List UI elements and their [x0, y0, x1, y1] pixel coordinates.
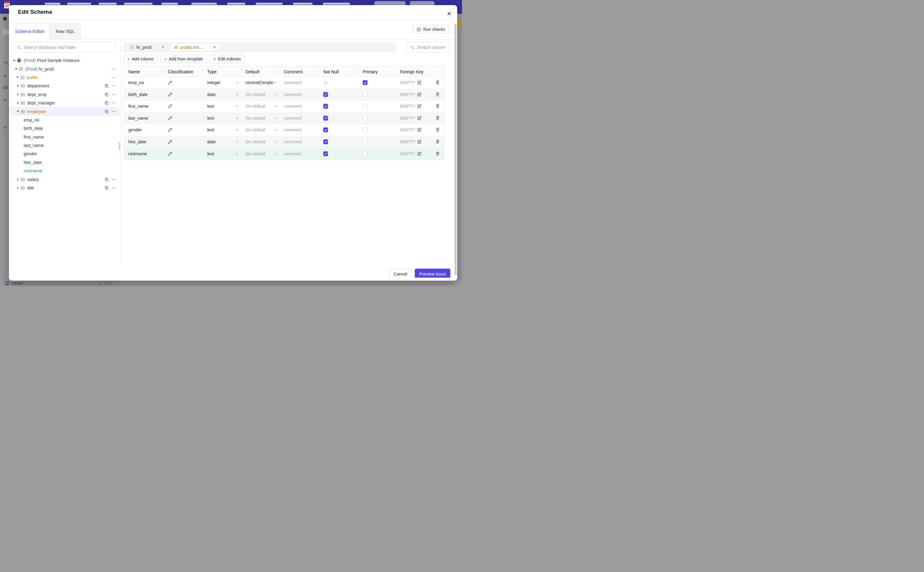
foreign-key-edit-icon[interactable] [417, 92, 422, 97]
type-select[interactable]: text [207, 104, 214, 109]
chevron-down-icon[interactable] [12, 60, 17, 61]
classification-edit-icon[interactable] [168, 140, 172, 144]
type-select[interactable]: integer [207, 80, 220, 85]
tab-schema-editor[interactable]: Schema Editor [9, 23, 50, 39]
primary-checkbox[interactable] [363, 80, 367, 85]
classification-edit-icon[interactable] [168, 104, 172, 109]
comment-input[interactable]: comment [284, 127, 302, 132]
more-options-icon[interactable] [112, 177, 116, 182]
default-select[interactable]: No default [245, 92, 265, 97]
more-options-icon[interactable] [112, 75, 116, 79]
comment-input[interactable]: comment [284, 140, 302, 144]
tree-item-dept_emp[interactable]: dept_emp [9, 90, 119, 99]
not-null-checkbox[interactable] [323, 127, 328, 132]
type-select[interactable]: date [207, 140, 215, 144]
chevron-right-icon[interactable] [16, 93, 20, 96]
primary-checkbox[interactable] [363, 127, 367, 132]
default-select[interactable]: No default [245, 127, 265, 132]
comment-input[interactable]: comment [284, 104, 302, 109]
classification-edit-icon[interactable] [168, 151, 172, 156]
tree-column-emp_no[interactable]: emp_no [9, 116, 119, 124]
more-options-icon[interactable] [112, 84, 116, 88]
default-select[interactable]: No default [245, 116, 265, 121]
chip-table-public-employee[interactable]: public.em... ✕ [171, 44, 219, 51]
chevron-down-icon[interactable] [16, 111, 20, 112]
duplicate-icon[interactable] [105, 84, 109, 88]
edit-indexes-button[interactable]: ◇ Edit indexes [209, 55, 245, 63]
not-null-checkbox[interactable] [323, 116, 328, 121]
classification-edit-icon[interactable] [168, 80, 172, 85]
type-select[interactable]: text [207, 116, 214, 121]
tree-column-nickname[interactable]: nickname [9, 166, 119, 175]
classification-edit-icon[interactable] [168, 116, 172, 121]
close-icon[interactable]: ✕ [213, 45, 216, 49]
sidebar-scrollbar[interactable] [119, 142, 120, 151]
delete-column-icon[interactable] [436, 92, 440, 97]
chevron-right-icon[interactable] [16, 85, 20, 87]
default-select[interactable]: No default [245, 151, 265, 156]
tree-item-title[interactable]: title [9, 184, 119, 192]
close-icon[interactable]: ✕ [445, 9, 453, 18]
tree-item-hr_prod[interactable]: (Prod) hr_prod [9, 65, 119, 73]
column-name-input[interactable]: gender [128, 127, 142, 132]
tree-column-first_name[interactable]: first_name [9, 133, 119, 141]
comment-input[interactable]: comment [284, 92, 302, 97]
database-search-input[interactable]: Search database and table [14, 42, 116, 53]
column-name-input[interactable]: nickname [128, 151, 147, 156]
chip-database-hr-prod[interactable]: hr_prod ✕ [127, 44, 167, 51]
delete-column-icon[interactable] [436, 116, 440, 121]
add-from-template-button[interactable]: + Add from template [160, 55, 207, 63]
delete-column-icon[interactable] [436, 140, 440, 144]
tree-item-salary[interactable]: salary [9, 175, 119, 183]
default-select[interactable]: No default [245, 140, 265, 144]
run-checks-button[interactable]: Run checks [412, 25, 449, 34]
more-options-icon[interactable] [112, 101, 116, 105]
more-options-icon[interactable] [112, 109, 116, 114]
foreign-key-edit-icon[interactable] [417, 116, 422, 121]
tree-column-hire_date[interactable]: hire_date [9, 158, 119, 166]
more-options-icon[interactable] [112, 92, 116, 96]
delete-column-icon[interactable] [436, 104, 440, 109]
not-null-checkbox[interactable] [323, 104, 328, 109]
close-icon[interactable]: ✕ [161, 45, 164, 49]
duplicate-icon[interactable] [105, 109, 109, 114]
delete-column-icon[interactable] [436, 151, 440, 156]
duplicate-icon[interactable] [105, 186, 109, 190]
classification-edit-icon[interactable] [168, 127, 172, 132]
column-search-input[interactable]: Search column [407, 42, 449, 53]
tree-item-dept_manager[interactable]: dept_manager [9, 99, 119, 107]
type-select[interactable]: text [207, 127, 214, 132]
duplicate-icon[interactable] [105, 101, 109, 105]
foreign-key-edit-icon[interactable] [417, 151, 422, 156]
classification-edit-icon[interactable] [168, 92, 172, 97]
dialog-scrollbar[interactable] [454, 23, 457, 275]
default-select[interactable]: nextval('employ [245, 80, 273, 85]
chevron-down-icon[interactable] [16, 76, 20, 78]
delete-column-icon[interactable] [436, 127, 440, 132]
not-null-checkbox[interactable] [323, 140, 328, 144]
default-select[interactable]: No default [245, 104, 265, 109]
foreign-key-edit-icon[interactable] [417, 127, 422, 132]
foreign-key-edit-icon[interactable] [417, 80, 422, 85]
not-null-checkbox[interactable] [323, 80, 328, 85]
tree-item-public[interactable]: public [9, 73, 119, 82]
not-null-checkbox[interactable] [323, 92, 328, 97]
tab-raw-sql[interactable]: Raw SQL [50, 23, 81, 39]
more-options-icon[interactable] [112, 186, 116, 190]
chevron-right-icon[interactable] [16, 178, 20, 181]
cancel-button[interactable]: Cancel [389, 269, 411, 278]
tree-item-employee[interactable]: employee [9, 107, 119, 115]
duplicate-icon[interactable] [105, 177, 109, 182]
primary-checkbox[interactable] [363, 151, 367, 156]
tree-item-prod-sample-instance[interactable]: (Prod) Prod Sample Instance [9, 56, 119, 65]
add-column-button[interactable]: + Add column [123, 55, 158, 63]
primary-checkbox[interactable] [363, 92, 367, 97]
comment-input[interactable]: comment [284, 80, 302, 85]
column-name-input[interactable]: last_name [128, 116, 148, 121]
foreign-key-edit-icon[interactable] [417, 140, 422, 144]
primary-checkbox[interactable] [363, 140, 367, 144]
chevron-down-icon[interactable] [14, 68, 18, 70]
tree-item-department[interactable]: department [9, 82, 119, 90]
column-name-input[interactable]: birth_date [128, 92, 148, 97]
type-select[interactable]: text [207, 151, 214, 156]
